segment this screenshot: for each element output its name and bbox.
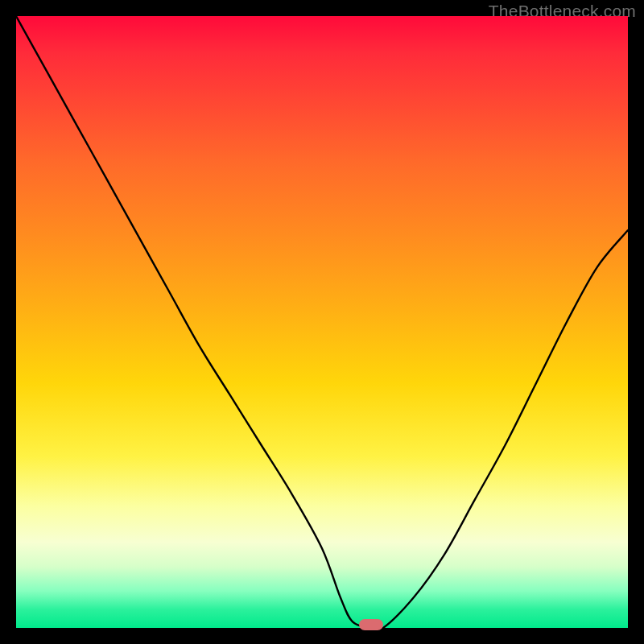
plot-area xyxy=(16,16,628,628)
bottleneck-curve xyxy=(16,16,628,628)
optimal-marker xyxy=(359,619,383,630)
chart-frame: TheBottleneck.com xyxy=(0,0,644,644)
